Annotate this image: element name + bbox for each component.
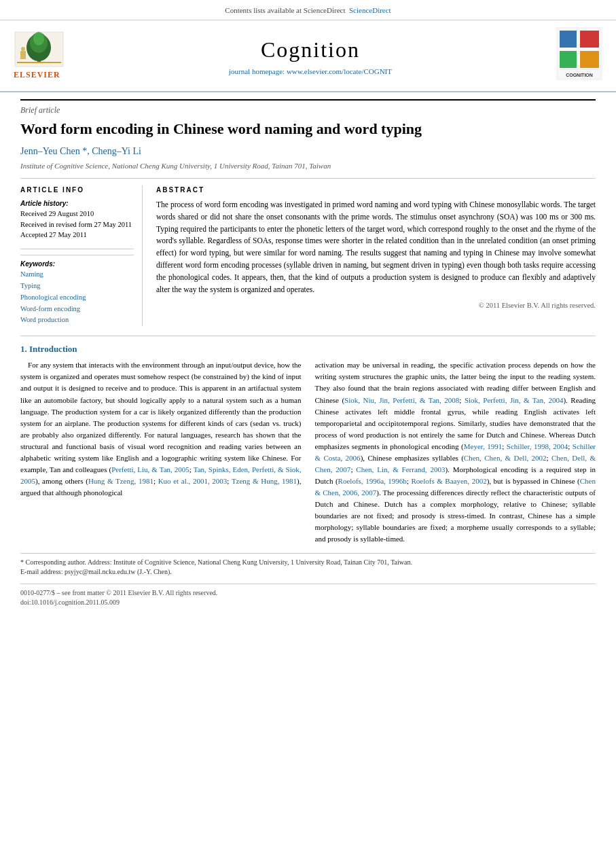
divider bbox=[20, 249, 134, 249]
corresponding-author-note: * Corresponding author. Address: Institu… bbox=[20, 558, 596, 567]
intro-text-right: activation may be universal in reading, … bbox=[315, 359, 596, 545]
svg-marker-11 bbox=[580, 31, 599, 48]
cognition-badge: COGNITION bbox=[556, 27, 602, 84]
revised-date: Received in revised form 27 May 2011 bbox=[20, 219, 134, 230]
svg-text:COGNITION: COGNITION bbox=[566, 73, 593, 77]
doi-line: doi:10.1016/j.cognition.2011.05.009 bbox=[20, 598, 596, 607]
keyword-wordform: Word-form encoding bbox=[20, 304, 134, 315]
intro-text-left: For any system that interacts with the e… bbox=[20, 359, 302, 499]
intro-two-col: For any system that interacts with the e… bbox=[20, 359, 596, 545]
ref-roelofs1996a[interactable]: Roelofs, 1996a, 1996b bbox=[338, 477, 407, 485]
svg-point-4 bbox=[33, 32, 44, 46]
article-info-heading: ARTICLE INFO bbox=[20, 185, 134, 195]
journal-title: Cognition bbox=[78, 35, 543, 65]
svg-marker-13 bbox=[580, 51, 599, 68]
keyword-naming: Naming bbox=[20, 269, 134, 281]
cognition-badge-icon: COGNITION bbox=[556, 27, 602, 80]
bottom-line: 0010-0277/$ – see front matter © 2011 El… bbox=[20, 584, 596, 607]
article-history-block: Article history: Received 29 August 2010… bbox=[20, 199, 134, 240]
keywords-label: Keywords: bbox=[20, 260, 134, 269]
journal-homepage: journal homepage: www.elsevier.com/locat… bbox=[78, 67, 543, 77]
authors: Jenn–Yeu Chen *, Cheng–Yi Li bbox=[20, 145, 596, 158]
ref-roelofs2002[interactable]: Roelofs & Baayen, 2002 bbox=[411, 477, 486, 485]
journal-title-center: Cognition journal homepage: www.elsevier… bbox=[65, 35, 556, 77]
copyright-line: © 2011 Elsevier B.V. All rights reserved… bbox=[156, 301, 596, 311]
top-header-bar: Contents lists available at ScienceDirec… bbox=[0, 0, 616, 20]
ref-hung1981[interactable]: Hung & Tzeng, 1981 bbox=[88, 477, 153, 485]
keyword-wordproduction: Word production bbox=[20, 315, 134, 326]
section-title-text: Introduction bbox=[29, 344, 77, 354]
intro-section-title: 1. Introduction bbox=[20, 343, 596, 355]
sciencedirect-text: Contents lists available at ScienceDirec… bbox=[225, 6, 345, 14]
ref-perfetti2005[interactable]: Perfetti, Liu, & Tan, 2005 bbox=[111, 465, 189, 473]
abstract-heading: ABSTRACT bbox=[156, 185, 596, 195]
ref-meyer1991[interactable]: Meyer, 1991 bbox=[464, 442, 503, 450]
received-date: Received 29 August 2010 bbox=[20, 209, 134, 219]
ref-siok2004[interactable]: Siok, Perfetti, Jin, & Tan, 2004 bbox=[465, 396, 564, 404]
section-number: 1. bbox=[20, 344, 27, 354]
svg-marker-10 bbox=[560, 31, 577, 48]
article-title: Word form encoding in Chinese word namin… bbox=[20, 120, 596, 139]
ref-tzeng1981[interactable]: Tzeng & Hung, 1981 bbox=[232, 477, 297, 485]
intro-col-left: For any system that interacts with the e… bbox=[20, 359, 302, 545]
abstract-column: ABSTRACT The process of word form encodi… bbox=[156, 185, 596, 326]
elsevier-label: ELSEVIER bbox=[14, 69, 60, 81]
ref-siok2008[interactable]: Siok, Niu, Jin, Perfetti, & Tan, 2008 bbox=[344, 396, 459, 404]
svg-point-7 bbox=[21, 47, 25, 51]
keywords-block: Keywords: Naming Typing Phonological enc… bbox=[20, 255, 134, 326]
ref-schiller1998[interactable]: Schiller, 1998, 2004 bbox=[507, 442, 568, 450]
article-type: Brief article bbox=[20, 99, 596, 116]
issn-line: 0010-0277/$ – see front matter © 2011 El… bbox=[20, 588, 596, 598]
svg-marker-12 bbox=[560, 51, 577, 68]
ref-kuo2001[interactable]: Kuo et al., 2001, 2003 bbox=[158, 477, 228, 485]
email-note: E-mail address: psyjyc@mail.ncku.edu.tw … bbox=[20, 567, 596, 577]
article-info-column: ARTICLE INFO Article history: Received 2… bbox=[20, 185, 143, 326]
sciencedirect-link[interactable]: ScienceDirect bbox=[349, 6, 391, 14]
elsevier-tree-icon bbox=[14, 31, 65, 68]
abstract-text: The process of word form encoding was in… bbox=[156, 199, 596, 296]
footnote-section: * Corresponding author. Address: Institu… bbox=[20, 553, 596, 577]
article-container: Brief article Word form encoding in Chin… bbox=[0, 99, 616, 608]
author-names: Jenn–Yeu Chen *, Cheng–Yi Li bbox=[20, 146, 141, 156]
elsevier-logo: ELSEVIER bbox=[14, 31, 65, 81]
intro-col-right: activation may be universal in reading, … bbox=[315, 359, 596, 545]
history-label: Article history: bbox=[20, 199, 134, 209]
ref-chen2003[interactable]: Chen, Lin, & Ferrand, 2003 bbox=[356, 465, 445, 473]
body-section: 1. Introduction For any system that inte… bbox=[20, 336, 596, 545]
svg-rect-6 bbox=[20, 51, 26, 59]
info-abstract-section: ARTICLE INFO Article history: Received 2… bbox=[20, 185, 596, 326]
affiliation: Institute of Cognitive Science, National… bbox=[20, 161, 596, 179]
keyword-typing: Typing bbox=[20, 281, 134, 292]
accepted-date: Accepted 27 May 2011 bbox=[20, 230, 134, 240]
ref-chen2002[interactable]: Chen, Chen, & Dell, 2002 bbox=[464, 454, 547, 462]
keyword-phonological: Phonological encoding bbox=[20, 292, 134, 304]
journal-header: ELSEVIER Cognition journal homepage: www… bbox=[0, 20, 616, 92]
svg-rect-5 bbox=[17, 62, 61, 63]
